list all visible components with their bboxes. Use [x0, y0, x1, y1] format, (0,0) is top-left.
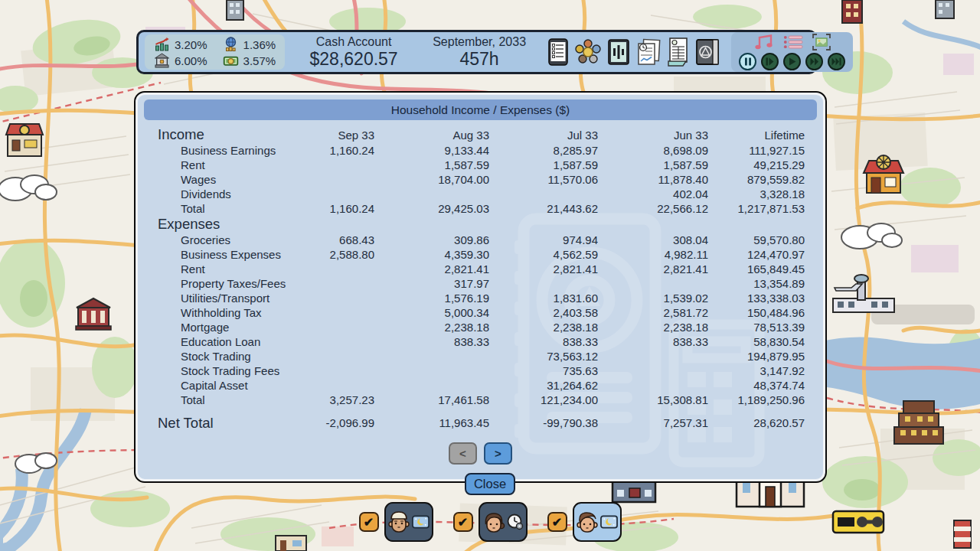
- row-value: 1,217,871.53: [708, 201, 805, 216]
- rate-stat: 1.36%: [223, 37, 276, 52]
- row-value: [309, 158, 374, 172]
- reports-icon[interactable]: [636, 38, 661, 66]
- map-building-casino[interactable]: [864, 155, 903, 193]
- row-value: 2,581.72: [598, 305, 708, 320]
- rate-value: 1.36%: [243, 38, 276, 51]
- sleeping-status-icon: [412, 515, 430, 529]
- row-value: 58,830.54: [708, 334, 805, 349]
- row-value: -99,790.38: [489, 414, 598, 432]
- row-value: 838.33: [374, 334, 489, 349]
- row-value: 2,403.58: [489, 305, 598, 320]
- row-value: 11,570.06: [489, 172, 598, 187]
- next-page-button[interactable]: >: [484, 442, 512, 465]
- member-1-avatar-icon: [387, 510, 410, 533]
- check-icon: ✔: [458, 515, 468, 530]
- row-value: [374, 349, 489, 364]
- screenshot-icon[interactable]: [812, 34, 831, 51]
- row-value: 1,831.60: [489, 291, 598, 305]
- row-value: 1,539.02: [598, 291, 708, 305]
- pause-button[interactable]: [739, 53, 756, 70]
- member-toggle-3: ✔: [547, 502, 622, 542]
- row-value: [598, 276, 708, 291]
- fastest-button[interactable]: [828, 53, 845, 70]
- row-label: Groceries: [156, 233, 309, 247]
- pagination: < >: [156, 442, 805, 465]
- play-slow-button[interactable]: [761, 53, 779, 70]
- row-value: 22,566.12: [598, 201, 708, 216]
- member-1-checkbox[interactable]: ✔: [359, 512, 379, 532]
- row-value: 49,215.29: [708, 158, 805, 172]
- section-label: Expenses: [156, 216, 309, 233]
- rulebook-icon[interactable]: [696, 38, 719, 66]
- row-label: Rent: [156, 158, 309, 172]
- row-value: 11,878.40: [598, 172, 708, 187]
- row-value: [309, 349, 374, 364]
- menu-icon-row: [548, 37, 719, 67]
- row-value: 78,513.39: [708, 320, 805, 334]
- row-value: [598, 378, 708, 393]
- row-value: [309, 334, 374, 349]
- rate-stat: 3.57%: [223, 53, 276, 68]
- phone-tasks-icon[interactable]: [548, 38, 568, 66]
- row-label: Mortgage: [156, 320, 309, 334]
- row-label: Stock Trading: [156, 349, 309, 364]
- music-notes-icon[interactable]: [754, 34, 774, 51]
- close-button[interactable]: Close: [465, 473, 515, 495]
- tablet-equalizer-icon[interactable]: [608, 39, 629, 65]
- row-value: 124,470.97: [708, 247, 805, 262]
- row-label: Wages: [156, 172, 309, 187]
- member-1-portrait[interactable]: [384, 502, 433, 542]
- game-hours: 457h: [423, 49, 536, 69]
- row-value: 133,338.03: [708, 291, 805, 305]
- panel-title: Household Income / Expenses ($): [144, 99, 817, 120]
- receipt-icon[interactable]: [668, 37, 689, 67]
- row-value: 121,234.00: [489, 393, 598, 407]
- playlist-icon[interactable]: [783, 35, 803, 49]
- rate-value: 3.57%: [243, 54, 276, 67]
- row-value: 48,374.74: [708, 378, 805, 393]
- member-3-checkbox[interactable]: ✔: [547, 512, 567, 532]
- row-value: [374, 187, 489, 201]
- cash-account-value: $28,620.57: [297, 49, 410, 69]
- cash-account-block: Cash Account $28,620.57: [297, 35, 410, 70]
- row-value: [374, 216, 489, 233]
- row-label: Withholding Tax: [156, 305, 309, 320]
- row-value: 4,982.11: [598, 247, 708, 262]
- row-value: [489, 276, 598, 291]
- member-2-checkbox[interactable]: ✔: [453, 512, 473, 532]
- member-2-portrait[interactable]: [479, 502, 528, 542]
- row-value: 2,821.41: [374, 262, 489, 276]
- row-value: 165,849.45: [708, 262, 805, 276]
- row-label: Education Loan: [156, 334, 309, 349]
- map-building-shop[interactable]: [6, 124, 43, 156]
- row-value: 308.04: [598, 233, 708, 247]
- row-label: Rent: [156, 262, 309, 276]
- row-value: 1,160.24: [309, 201, 374, 216]
- row-value: 59,570.80: [708, 233, 805, 247]
- row-value: 1,587.59: [489, 158, 598, 172]
- row-value: 5,000.34: [374, 305, 489, 320]
- row-value: 1,576.19: [374, 291, 489, 305]
- row-value: 3,257.23: [309, 393, 374, 407]
- row-value: 4,562.59: [489, 247, 598, 262]
- assets-ring-icon[interactable]: [575, 39, 601, 65]
- row-value: [309, 216, 374, 233]
- row-value: 1,587.59: [598, 158, 708, 172]
- row-value: 3,328.18: [708, 187, 805, 201]
- rate-value: 6.00%: [175, 54, 207, 67]
- row-value: [374, 364, 489, 378]
- row-value: 838.33: [489, 334, 598, 349]
- member-3-portrait[interactable]: [573, 502, 622, 542]
- row-value: 2,238.18: [598, 320, 708, 334]
- play-button[interactable]: [783, 53, 801, 70]
- spacer: [156, 407, 805, 414]
- fast-forward-button[interactable]: [805, 53, 823, 70]
- row-value: 31,264.62: [489, 378, 598, 393]
- row-value: 879,559.82: [708, 172, 805, 187]
- working-status-icon: [507, 514, 524, 530]
- column-header: Lifetime: [708, 126, 805, 143]
- game-speed-controls: [739, 53, 845, 70]
- row-value: 8,698.09: [598, 143, 708, 158]
- row-value: 17,461.58: [374, 393, 489, 407]
- prev-page-button[interactable]: <: [449, 442, 477, 465]
